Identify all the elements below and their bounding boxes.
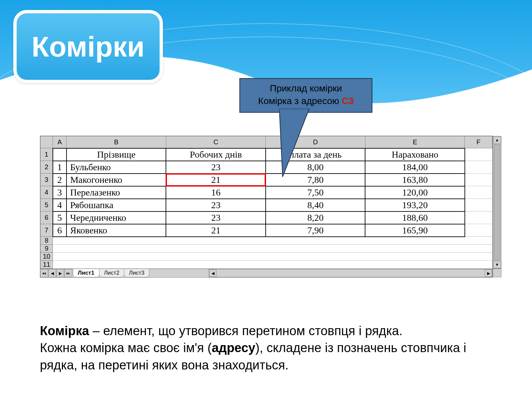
row-header[interactable]: 6 xyxy=(41,211,53,224)
definition-text: Комірка – елемент, що утворився перетино… xyxy=(40,323,502,374)
cell[interactable]: Прізвище xyxy=(66,148,166,161)
cell[interactable]: 3 xyxy=(53,186,66,199)
sheet-tab[interactable]: Лист1 xyxy=(73,269,99,277)
cell[interactable] xyxy=(53,237,492,245)
sheet-tab[interactable]: Лист2 xyxy=(99,269,124,277)
cell[interactable] xyxy=(53,261,492,269)
sheet-footer: ⏮ ◀ ▶ ⏭ Лист1 Лист2 Лист3 ◀ ▶ xyxy=(40,269,492,277)
spreadsheet: A B C D E F 1 Прізвище Робочих днів плат… xyxy=(40,136,493,278)
svg-marker-0 xyxy=(279,109,309,177)
callout-line1: Приклад комірки xyxy=(247,82,365,95)
cell[interactable]: Макогоненко xyxy=(66,174,166,186)
callout-box: Приклад комірки Комірка з адресою С3 xyxy=(239,78,372,113)
cell[interactable]: 1 xyxy=(53,161,66,174)
tab-nav-next-icon[interactable]: ▶ xyxy=(56,269,64,277)
slide-title-card: Комірки xyxy=(13,10,163,83)
row-header[interactable]: 10 xyxy=(41,253,53,261)
resize-grip-icon[interactable] xyxy=(493,269,501,277)
cell[interactable] xyxy=(465,174,492,186)
cell[interactable] xyxy=(465,211,492,224)
row-header[interactable]: 11 xyxy=(41,261,53,269)
cell[interactable] xyxy=(465,224,492,237)
tab-nav-first-icon[interactable]: ⏮ xyxy=(40,269,48,277)
cell[interactable]: 16 xyxy=(166,186,265,199)
cell[interactable]: Чередниченко xyxy=(66,211,166,224)
tab-nav-last-icon[interactable]: ⏭ xyxy=(64,269,72,277)
cell[interactable]: 193,20 xyxy=(365,199,465,211)
sheet-tab[interactable]: Лист3 xyxy=(124,269,149,277)
col-header-F[interactable]: F xyxy=(465,136,492,148)
row-header[interactable]: 9 xyxy=(41,245,53,253)
cell[interactable]: 21 xyxy=(166,224,265,237)
cell[interactable]: 7,90 xyxy=(266,224,365,237)
cell[interactable]: 23 xyxy=(166,161,265,174)
callout-line2: Комірка з адресою С3 xyxy=(247,95,365,107)
col-header-E[interactable]: E xyxy=(365,136,465,148)
cell[interactable]: 184,00 xyxy=(365,161,465,174)
cell[interactable]: 165,90 xyxy=(365,224,465,237)
col-header-A[interactable]: A xyxy=(53,136,66,148)
scroll-up-icon[interactable]: ▲ xyxy=(493,136,501,144)
tab-nav-prev-icon[interactable]: ◀ xyxy=(48,269,56,277)
row-header[interactable]: 3 xyxy=(41,174,53,186)
scroll-left-icon[interactable]: ◀ xyxy=(209,269,216,277)
callout-address: С3 xyxy=(342,96,354,106)
cell[interactable] xyxy=(465,148,492,161)
cell[interactable]: Яковенко xyxy=(66,224,166,237)
cell[interactable]: 23 xyxy=(166,211,265,224)
callout-pointer xyxy=(279,109,326,179)
cell[interactable] xyxy=(465,186,492,199)
row-header[interactable]: 7 xyxy=(41,224,53,237)
cell[interactable]: 5 xyxy=(53,211,66,224)
vertical-scrollbar[interactable]: ▲ ▼ xyxy=(493,136,501,269)
scroll-track[interactable] xyxy=(216,269,485,277)
cell[interactable]: 8,20 xyxy=(266,211,365,224)
row-header[interactable]: 2 xyxy=(41,161,53,174)
cell[interactable]: 7,50 xyxy=(266,186,365,199)
slide-title: Комірки xyxy=(32,30,145,63)
cell[interactable]: Рябошапка xyxy=(66,199,166,211)
cell[interactable]: Бульбенко xyxy=(66,161,166,174)
row-header[interactable]: 1 xyxy=(41,148,53,161)
row-header[interactable]: 8 xyxy=(41,237,53,245)
cell[interactable]: Нараховано xyxy=(365,148,465,161)
col-header-C[interactable]: C xyxy=(166,136,265,148)
cell[interactable]: 8,40 xyxy=(266,199,365,211)
cell[interactable]: 4 xyxy=(53,199,66,211)
cell[interactable]: Перелазенко xyxy=(66,186,166,199)
horizontal-scrollbar[interactable]: ◀ ▶ xyxy=(209,269,492,277)
row-header[interactable]: 4 xyxy=(41,186,53,199)
cell[interactable]: 6 xyxy=(53,224,66,237)
cell[interactable]: 2 xyxy=(53,174,66,186)
cell-C3-highlighted[interactable]: 21 xyxy=(166,174,265,186)
scroll-right-icon[interactable]: ▶ xyxy=(485,269,492,277)
cell[interactable] xyxy=(465,161,492,174)
select-all-corner[interactable] xyxy=(41,136,53,148)
cell[interactable]: 188,60 xyxy=(365,211,465,224)
scroll-thumb[interactable] xyxy=(494,144,500,260)
cell[interactable] xyxy=(53,148,66,161)
spreadsheet-grid: A B C D E F 1 Прізвище Робочих днів плат… xyxy=(40,136,492,269)
cell[interactable]: 163,80 xyxy=(365,174,465,186)
scroll-down-icon[interactable]: ▼ xyxy=(493,261,501,268)
cell[interactable]: Робочих днів xyxy=(166,148,265,161)
cell[interactable]: 120,00 xyxy=(365,186,465,199)
cell[interactable] xyxy=(53,245,492,253)
cell-callout: Приклад комірки Комірка з адресою С3 xyxy=(239,78,372,113)
cell[interactable] xyxy=(53,253,492,261)
definition-term: Комірка xyxy=(40,324,89,338)
sheet-tabs: Лист1 Лист2 Лист3 xyxy=(72,269,149,277)
cell[interactable] xyxy=(465,199,492,211)
row-header[interactable]: 5 xyxy=(41,199,53,211)
col-header-B[interactable]: B xyxy=(66,136,166,148)
cell[interactable]: 23 xyxy=(166,199,265,211)
